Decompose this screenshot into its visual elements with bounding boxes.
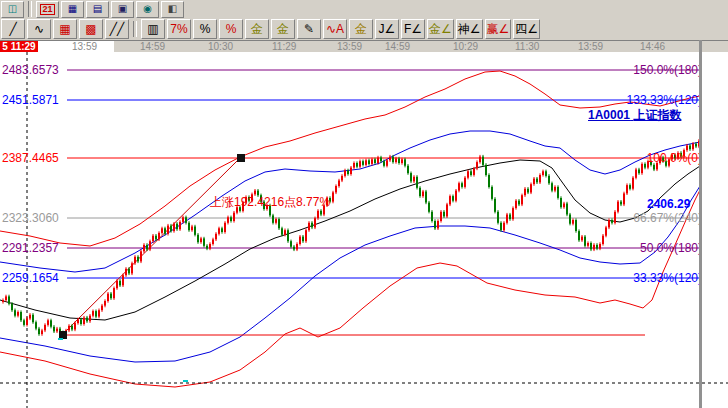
symbol-name: 上证指数: [633, 108, 681, 122]
trendline-tool-icon[interactable]: ╱: [1, 19, 25, 39]
annotate-brush-icon[interactable]: ✎: [297, 19, 321, 39]
candle-body: [83, 318, 85, 324]
candle-body: [293, 247, 295, 250]
golden-section-icon[interactable]: 金: [271, 19, 295, 39]
percentage-label: 133.33%(120): [627, 94, 702, 106]
candle-body: [134, 257, 136, 263]
candle-body: [53, 327, 55, 332]
candle-body: [473, 169, 475, 175]
candle-body: [440, 212, 442, 221]
calendar-21-icon[interactable]: 21: [36, 1, 59, 18]
candle-body: [572, 220, 574, 224]
candle-body: [566, 204, 568, 215]
screen-switch-icon[interactable]: ◫: [1, 1, 24, 18]
candle-body: [89, 316, 91, 322]
candle-body: [623, 193, 625, 204]
candle-body: [575, 220, 577, 231]
candle-body: [491, 187, 493, 199]
percent-line-tool-icon[interactable]: %: [219, 19, 243, 39]
candle-body: [176, 224, 178, 230]
candle-body: [20, 312, 22, 320]
gann-grid-icon[interactable]: ▦: [53, 19, 77, 39]
candle-body: [434, 221, 436, 228]
capture-icon[interactable]: ◧: [161, 1, 184, 18]
candle-body: [314, 218, 316, 227]
candle-body: [179, 222, 181, 229]
editor-icon[interactable]: ▤: [86, 1, 109, 18]
gold-line-icon[interactable]: 金: [349, 19, 373, 39]
symbol-title: 1A0001 上证指数: [588, 107, 681, 124]
candle-body: [152, 236, 154, 242]
j-angle-line-icon[interactable]: J∠: [375, 19, 399, 39]
zigzag-tool-icon: ∿: [34, 23, 44, 35]
jin-angle-line-icon[interactable]: 金∠: [427, 19, 454, 39]
volume-bars-icon[interactable]: ▥: [141, 19, 165, 39]
change-percent-tool-icon[interactable]: 7%: [167, 19, 191, 39]
candle-body: [380, 158, 382, 162]
candlestick-series: [2, 139, 700, 336]
candle-body: [413, 177, 415, 182]
candle-body: [425, 192, 427, 203]
candle-body: [578, 231, 580, 240]
f-angle-line-icon[interactable]: F∠: [401, 19, 425, 39]
candlestick-chart-panel[interactable]: 2483.6573150.0%(180)2451.5871133.33%(120…: [0, 52, 728, 408]
candle-body: [464, 178, 466, 187]
candle-body: [272, 215, 274, 222]
candle-body: [125, 269, 127, 275]
save-icon[interactable]: ▣: [111, 1, 134, 18]
candle-body: [368, 160, 370, 164]
shen-angle-line-icon[interactable]: 神∠: [456, 19, 483, 39]
zigzag-tool-icon[interactable]: ∿: [27, 19, 51, 39]
candle-body: [602, 236, 604, 244]
candle-body: [644, 164, 646, 168]
candle-body: [542, 171, 544, 175]
chart-canvas[interactable]: [0, 52, 728, 408]
upper-band-blue: [0, 131, 700, 272]
candle-body: [146, 245, 148, 250]
web-icon: ◉: [143, 4, 152, 14]
candle-body: [74, 323, 76, 329]
ying-angle-line-icon[interactable]: 赢∠: [485, 19, 512, 39]
parallel-lines-icon[interactable]: ╱╱: [105, 19, 129, 39]
candle-body: [230, 217, 232, 221]
candle-body: [359, 161, 361, 167]
candle-body: [461, 183, 463, 187]
f-angle-line-icon: F∠: [404, 23, 422, 35]
candle-body: [533, 179, 535, 185]
candle-body: [299, 237, 301, 244]
golden-circle-icon[interactable]: 金: [245, 19, 269, 39]
candle-body: [422, 192, 424, 197]
parallel-lines-icon: ╱╱: [110, 23, 124, 35]
candle-body: [110, 294, 112, 299]
candle-body: [641, 164, 643, 173]
trendline-tool-icon: ╱: [9, 23, 16, 35]
candle-body: [332, 192, 334, 201]
candle-body: [482, 157, 484, 165]
candle-body: [545, 171, 547, 176]
shen-angle-line-icon: 神∠: [458, 23, 481, 35]
gann-box-icon[interactable]: ▩: [79, 19, 103, 39]
si-angle-line-icon[interactable]: 四∠: [513, 19, 540, 39]
wave-tool-icon[interactable]: ∿A: [323, 19, 347, 39]
web-icon[interactable]: ◉: [136, 1, 159, 18]
wave-tool-icon: ∿A: [326, 23, 344, 35]
candle-body: [350, 168, 352, 174]
candle-body: [356, 163, 358, 167]
candle-body: [347, 170, 349, 174]
candle-body: [44, 325, 46, 331]
candle-body: [194, 227, 196, 235]
candle-body: [233, 213, 235, 221]
percent-tool-icon[interactable]: %: [193, 19, 217, 39]
gann-box-icon: ▩: [85, 23, 96, 35]
candle-body: [485, 165, 487, 175]
pane-splitter[interactable]: [699, 40, 702, 408]
candle-body: [290, 241, 292, 247]
candle-body: [419, 188, 421, 196]
candle-body: [446, 204, 448, 216]
data-table-icon[interactable]: ▦: [61, 1, 84, 18]
price-axis-label: 2259.1654: [2, 272, 59, 284]
candle-body: [128, 269, 130, 274]
candle-body: [107, 294, 109, 301]
rise-measurement-annotation: 上涨192.4216点8.77%: [210, 194, 330, 211]
candle-body: [209, 244, 211, 249]
